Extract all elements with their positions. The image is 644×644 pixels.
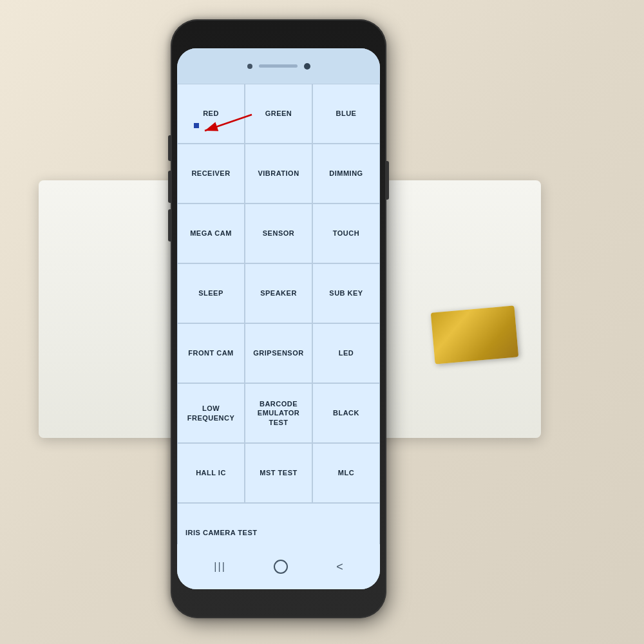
mst-test-button[interactable]: MST TEST xyxy=(245,443,312,503)
touch-button[interactable]: TOUCH xyxy=(312,204,380,263)
sensor-button[interactable]: SENSOR xyxy=(245,204,312,263)
phone-body: RED GREEN BLUE RECEIVER VIBRATION DIMMIN… xyxy=(171,19,386,618)
red-button[interactable]: RED xyxy=(177,84,245,144)
mega-cam-button[interactable]: MEGA CAM xyxy=(177,204,245,263)
gripsensor-button[interactable]: GRIPSENSOR xyxy=(245,323,312,383)
proximity-sensor xyxy=(247,64,252,69)
dimming-button[interactable]: DIMMING xyxy=(312,144,380,204)
low-frequency-button[interactable]: LOW FREQUENCY xyxy=(177,383,245,443)
home-button[interactable] xyxy=(274,560,288,574)
back-button[interactable]: < xyxy=(336,560,343,574)
front-camera xyxy=(304,63,310,70)
grid-row-5: FRONT CAM GRIPSENSOR LED xyxy=(177,323,380,383)
menu-grid: RED GREEN BLUE RECEIVER VIBRATION DIMMIN… xyxy=(177,84,380,563)
earpiece-speaker xyxy=(259,64,298,68)
phone-top-bar xyxy=(177,48,380,84)
grid-row-4: SLEEP SPEAKER SUB KEY xyxy=(177,263,380,323)
grid-row-3: MEGA CAM SENSOR TOUCH xyxy=(177,204,380,263)
volume-down-button xyxy=(168,171,171,203)
flex-cable xyxy=(431,305,518,364)
phone-screen: RED GREEN BLUE RECEIVER VIBRATION DIMMIN… xyxy=(177,48,380,589)
sub-key-button[interactable]: SUB KEY xyxy=(312,263,380,323)
barcode-emulator-test-button[interactable]: BARCODE EMULATOR TEST xyxy=(245,383,312,443)
blue-button[interactable]: BLUE xyxy=(312,84,380,144)
bixby-button xyxy=(168,209,171,242)
hall-ic-button[interactable]: HALL IC xyxy=(177,443,245,503)
scene: RED GREEN BLUE RECEIVER VIBRATION DIMMIN… xyxy=(0,0,644,644)
grid-row-7: HALL IC MST TEST MLC xyxy=(177,443,380,503)
led-button[interactable]: LED xyxy=(312,323,380,383)
black-button[interactable]: BLACK xyxy=(312,383,380,443)
front-cam-button[interactable]: FRONT CAM xyxy=(177,323,245,383)
mlc-button[interactable]: MLC xyxy=(312,443,380,503)
grid-row-1: RED GREEN BLUE xyxy=(177,84,380,144)
power-button xyxy=(386,161,389,200)
vibration-button[interactable]: VIBRATION xyxy=(245,144,312,204)
speaker-button[interactable]: SPEAKER xyxy=(245,263,312,323)
sleep-button[interactable]: SLEEP xyxy=(177,263,245,323)
volume-up-button xyxy=(168,135,171,161)
grid-row-2: RECEIVER VIBRATION DIMMING xyxy=(177,144,380,204)
receiver-button[interactable]: RECEIVER xyxy=(177,144,245,204)
grid-row-6: LOW FREQUENCY BARCODE EMULATOR TEST BLAC… xyxy=(177,383,380,443)
phone-nav-bar: ||| < xyxy=(177,544,380,589)
recent-apps-button[interactable]: ||| xyxy=(214,561,225,573)
green-button[interactable]: GREEN xyxy=(245,84,312,144)
